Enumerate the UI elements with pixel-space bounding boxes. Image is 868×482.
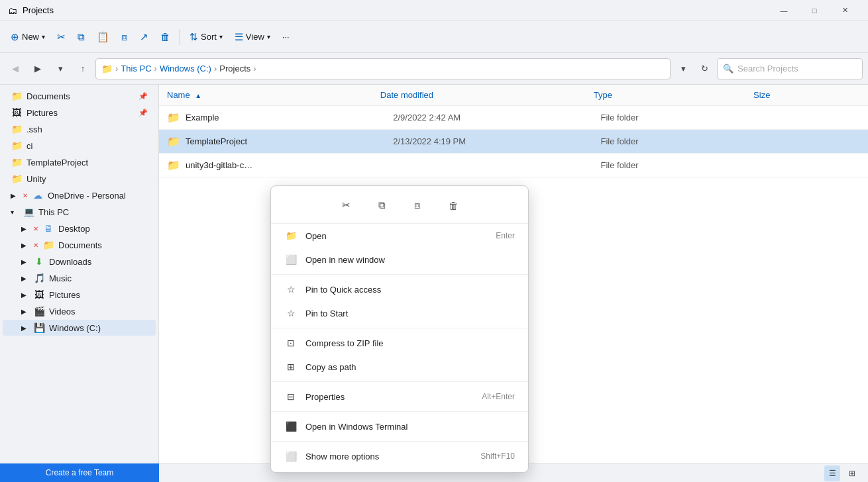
example-name: Example <box>186 113 393 122</box>
ctx-show-more[interactable]: ⬜ Show more options Shift+F10 <box>271 444 528 468</box>
refresh-button[interactable]: ↻ <box>694 59 714 79</box>
ctx-copy-path-icon: ⊞ <box>284 360 298 373</box>
unity-folder-icon: 📁 <box>11 173 23 184</box>
documents-folder-icon: 📁 <box>11 91 23 101</box>
col-name[interactable]: Name ▲ <box>167 90 380 100</box>
template-date: 2/13/2022 4:19 PM <box>393 136 600 146</box>
share-button[interactable]: ↗ <box>135 25 154 49</box>
sidebar-item-documents-pc[interactable]: ▶ ✕ 📁 Documents <box>3 237 156 253</box>
ctx-compress-label: Compress to ZIP file <box>305 338 507 348</box>
ctx-separator-2 <box>271 328 528 328</box>
paste-icon: 📋 <box>97 31 109 43</box>
sidebar-item-downloads[interactable]: ▶ ⬇ Downloads <box>3 254 156 269</box>
unity3d-folder-icon: 📁 <box>167 159 180 171</box>
template-name: TemplateProject <box>186 136 393 146</box>
grid-view-button[interactable]: ⊞ <box>844 465 860 481</box>
sidebar-item-ci[interactable]: 📁 ci <box>3 138 156 154</box>
create-team-bar[interactable]: Create a free Team <box>0 463 159 482</box>
path-projects: Projects <box>219 64 250 73</box>
sidebar-item-pictures-pc[interactable]: ▶ 🖼 Pictures <box>3 287 156 303</box>
table-row[interactable]: 📁 TemplateProject 2/13/2022 4:19 PM File… <box>159 130 868 154</box>
ctx-show-more-label: Show more options <box>305 452 472 461</box>
more-button[interactable]: ··· <box>277 25 295 49</box>
paste-button[interactable]: 📋 <box>91 25 115 49</box>
ctx-copy-button[interactable]: ⧉ <box>370 194 393 217</box>
music-expand-icon: ▶ <box>21 275 29 282</box>
view-button[interactable]: ☰ View ▾ <box>229 25 276 49</box>
sidebar-item-documents-quick[interactable]: 📁 Documents 📌 <box>3 88 156 104</box>
cut-button[interactable]: ✂ <box>52 25 71 49</box>
sidebar-item-unity[interactable]: 📁 Unity <box>3 171 156 187</box>
ctx-properties[interactable]: ⊟ Properties Alt+Enter <box>271 385 528 409</box>
delete-button[interactable]: 🗑 <box>155 25 176 49</box>
sidebar-item-label: Pictures <box>49 290 80 300</box>
ctx-cut-button[interactable]: ✂ <box>335 194 357 217</box>
search-icon: 🔍 <box>723 64 733 73</box>
sidebar-item-music[interactable]: ▶ 🎵 Music <box>3 270 156 286</box>
template-type: File folder <box>600 136 756 146</box>
sidebar-item-windows-c[interactable]: ▶ 💾 Windows (C:) <box>3 320 156 336</box>
recent-button[interactable]: ▾ <box>50 59 70 79</box>
maximize-button[interactable]: □ <box>799 0 830 21</box>
list-view-button[interactable]: ☰ <box>824 465 840 481</box>
col-size[interactable]: Size <box>753 90 860 100</box>
docs-expand-icon: ▶ <box>21 242 29 249</box>
sidebar-item-templateproject[interactable]: 📁 TemplateProject <box>3 154 156 170</box>
ctx-delete-button[interactable]: 🗑 <box>442 194 464 217</box>
ctx-open[interactable]: 📁 Open Enter <box>271 224 528 248</box>
ctx-pin-quick-label: Pin to Quick access <box>305 285 507 295</box>
example-date: 2/9/2022 2:42 AM <box>393 113 600 122</box>
table-row[interactable]: 📁 unity3d-gitlab-c… File folder <box>159 154 868 177</box>
separator-1 <box>180 29 180 45</box>
sidebar-item-label: Music <box>49 273 72 283</box>
ctx-pin-start[interactable]: ☆ Pin to Start <box>271 301 528 325</box>
sidebar-item-videos[interactable]: ▶ 🎬 Videos <box>3 303 156 319</box>
ctx-copy-path[interactable]: ⊞ Copy as path <box>271 355 528 379</box>
sidebar-item-label: ci <box>27 141 32 151</box>
ctx-separator-1 <box>271 274 528 275</box>
ctx-properties-icon: ⊟ <box>284 390 298 403</box>
table-row[interactable]: 📁 Example 2/9/2022 2:42 AM File folder <box>159 106 868 130</box>
ctx-pin-quick[interactable]: ☆ Pin to Quick access <box>271 277 528 301</box>
sort-chevron-icon: ▾ <box>219 33 223 40</box>
ctx-open-terminal[interactable]: ⬛ Open in Windows Terminal <box>271 414 528 438</box>
search-box[interactable]: 🔍 Search Projects <box>717 58 863 79</box>
pin-icon: 📌 <box>138 92 148 101</box>
path-this-pc[interactable]: This PC <box>121 64 151 73</box>
copy-button[interactable]: ⧉ <box>72 25 90 49</box>
forward-button[interactable]: ▶ <box>28 59 48 79</box>
sidebar-item-label: Downloads <box>49 257 91 267</box>
sidebar-item-pictures-quick[interactable]: 🖼 Pictures 📌 <box>3 105 156 120</box>
pin-icon-2: 📌 <box>138 109 148 117</box>
ctx-compress[interactable]: ⊡ Compress to ZIP file <box>271 331 528 355</box>
sort-button[interactable]: ⇅ Sort ▾ <box>184 25 228 49</box>
ctx-open-new-window[interactable]: ⬜ Open in new window <box>271 248 528 271</box>
col-date[interactable]: Date modified <box>380 90 594 100</box>
minimize-button[interactable]: — <box>769 0 799 21</box>
sidebar-item-ssh[interactable]: 📁 .ssh <box>3 121 156 137</box>
sidebar-item-label: Documents <box>58 240 102 250</box>
back-button[interactable]: ◀ <box>5 59 25 79</box>
ctx-pin-quick-icon: ☆ <box>284 283 298 296</box>
sidebar: 📁 Documents 📌 🖼 Pictures 📌 📁 .ssh 📁 ci 📁… <box>0 85 159 463</box>
new-button[interactable]: ⊕ New ▾ <box>5 25 50 49</box>
path-windows-c[interactable]: Windows (C:) <box>160 64 211 73</box>
sort-arrow-icon: ▲ <box>195 92 201 99</box>
close-button[interactable]: ✕ <box>830 0 860 21</box>
search-placeholder: Search Projects <box>737 64 798 73</box>
template-folder-icon: 📁 <box>11 157 23 168</box>
address-path[interactable]: 📁 › This PC › Windows (C:) › Projects › <box>95 58 671 79</box>
path-dropdown-button[interactable]: ▾ <box>673 59 693 79</box>
ctx-show-more-shortcut: Shift+F10 <box>480 452 515 461</box>
winc-icon: 💾 <box>33 322 45 333</box>
col-type[interactable]: Type <box>594 90 753 100</box>
downloads-icon: ⬇ <box>33 256 45 267</box>
sidebar-item-onedrive[interactable]: ▶ ✕ ☁ OneDrive - Personal <box>3 187 156 203</box>
example-folder-icon: 📁 <box>167 111 180 124</box>
sidebar-item-this-pc[interactable]: ▾ 💻 This PC <box>3 204 156 220</box>
sidebar-item-desktop[interactable]: ▶ ✕ 🖥 Desktop <box>3 220 156 236</box>
ctx-rename-button[interactable]: ⧈ <box>406 194 429 217</box>
up-button[interactable]: ↑ <box>73 59 93 79</box>
rename-button[interactable]: ⧈ <box>116 25 133 49</box>
ctx-terminal-icon: ⬛ <box>284 420 298 433</box>
